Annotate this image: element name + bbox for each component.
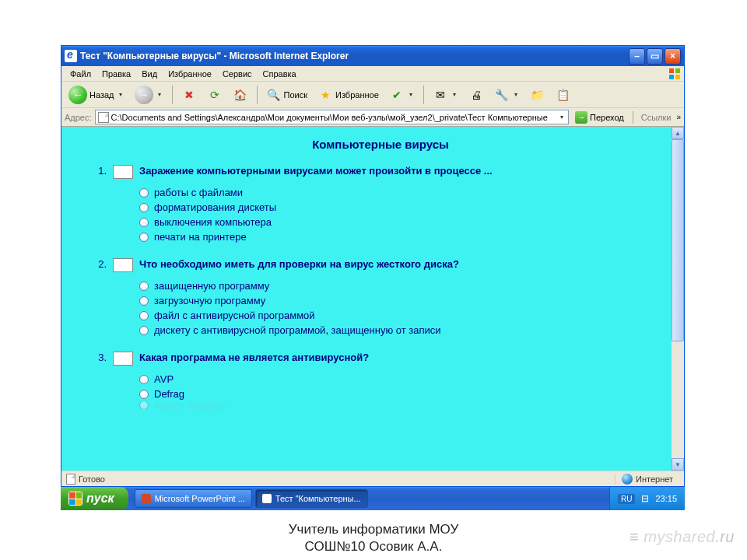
forward-icon: → — [135, 86, 153, 104]
history-button[interactable]: ✔▾ — [385, 85, 419, 105]
discuss-button[interactable]: 📁 — [526, 85, 549, 105]
print-icon: 🖨 — [468, 87, 484, 103]
scroll-down-button[interactable]: ▼ — [672, 458, 684, 471]
option-item[interactable]: файл с антивирусной программой — [139, 308, 668, 323]
scroll-up-button[interactable]: ▲ — [672, 127, 684, 139]
taskbar: пуск Microsoft PowerPoint ... Тест "Комп… — [61, 487, 685, 510]
menu-edit[interactable]: Правка — [96, 68, 136, 80]
titlebar[interactable]: Тест "Компьютерные вирусы" - Microsoft I… — [61, 46, 684, 66]
close-button[interactable]: × — [665, 48, 681, 65]
svg-rect-1 — [675, 68, 680, 73]
research-button[interactable]: 📋 — [552, 85, 575, 105]
chevron-right-icon[interactable]: » — [676, 113, 681, 121]
minimize-button[interactable]: – — [629, 48, 645, 65]
option-item[interactable]: форматирования дискеты — [139, 200, 668, 215]
option-item[interactable]: AVP — [139, 372, 668, 387]
menu-file[interactable]: Файл — [65, 68, 96, 80]
search-label: Поиск — [284, 90, 307, 100]
edit-button[interactable]: 🔧▾ — [490, 85, 524, 105]
radio-icon[interactable] — [139, 390, 149, 399]
page-content: Компьютерные вирусы 1. Заражение компьют… — [61, 127, 684, 471]
option-label: загрузочную программу — [154, 295, 265, 306]
chevron-down-icon: ▾ — [451, 91, 458, 98]
option-label: Defrag — [154, 388, 184, 400]
radio-icon[interactable] — [139, 203, 149, 212]
menu-help[interactable]: Справка — [258, 68, 302, 80]
radio-icon[interactable] — [139, 401, 149, 409]
question-row: 2. Что необходимо иметь для проверки на … — [93, 258, 668, 272]
search-icon: 🔍 — [266, 87, 282, 103]
print-button[interactable]: 🖨 — [465, 85, 488, 105]
radio-icon[interactable] — [139, 311, 149, 320]
clock[interactable]: 23:15 — [655, 494, 677, 503]
links-label[interactable]: Ссылки — [639, 113, 674, 122]
options-list: работы с файламиформатирования дискетывы… — [139, 185, 668, 244]
mail-icon: ✉ — [433, 87, 448, 103]
option-item[interactable]: работы с файлами — [139, 185, 668, 200]
menu-tools[interactable]: Сервис — [217, 68, 258, 80]
home-button[interactable]: 🏠 — [229, 85, 252, 105]
scroll-thumb[interactable] — [672, 139, 684, 341]
tray-icon[interactable]: ⊟ — [641, 493, 649, 504]
refresh-button[interactable]: ⟳ — [203, 85, 226, 105]
system-tray[interactable]: RU ⊟ 23:15 — [609, 487, 685, 510]
option-label: защищенную программу — [154, 280, 269, 292]
option-label: дискету с антивирусной программой, защищ… — [154, 324, 441, 336]
answer-input[interactable] — [113, 352, 133, 366]
favorites-button[interactable]: ★Избранное — [314, 85, 383, 105]
taskbar-item-powerpoint[interactable]: Microsoft PowerPoint ... — [135, 489, 252, 508]
option-item[interactable]: Defrag — [139, 387, 668, 401]
maximize-button[interactable]: ▭ — [647, 48, 663, 65]
radio-icon[interactable] — [139, 282, 149, 291]
status-bar: Готово Интернет — [61, 471, 684, 486]
favorites-label: Избранное — [335, 90, 379, 100]
home-icon: 🏠 — [233, 87, 248, 103]
chevron-down-icon: ▾ — [156, 91, 163, 98]
radio-icon[interactable] — [139, 188, 149, 198]
zone-text: Интернет — [636, 474, 673, 484]
separator — [423, 86, 424, 104]
menu-view[interactable]: Вид — [136, 68, 163, 80]
taskbar-item-label: Microsoft PowerPoint ... — [155, 494, 245, 503]
radio-icon[interactable] — [139, 296, 149, 306]
option-item[interactable]: загрузочную программу — [139, 293, 668, 308]
chevron-down-icon[interactable]: ▾ — [558, 114, 566, 121]
address-input[interactable]: C:\Documents and Settings\Александра\Мои… — [95, 110, 569, 124]
option-item[interactable]: печати на принтере — [139, 229, 668, 244]
radio-icon[interactable] — [139, 233, 149, 242]
answer-input[interactable] — [113, 258, 133, 272]
option-item[interactable]: защищенную программу — [139, 278, 668, 293]
question-number: 2. — [93, 258, 107, 270]
language-indicator[interactable]: RU — [618, 494, 635, 504]
option-item[interactable]: дискету с антивирусной программой, защищ… — [139, 323, 668, 338]
address-label: Адрес: — [65, 113, 92, 122]
option-label: Norton Antivirus — [154, 401, 226, 409]
radio-icon[interactable] — [139, 375, 149, 384]
radio-icon[interactable] — [139, 326, 149, 335]
separator — [172, 86, 173, 104]
answer-input[interactable] — [113, 165, 133, 179]
option-label: форматирования дискеты — [154, 201, 276, 213]
back-button[interactable]: ← Назад ▾ — [65, 85, 128, 105]
ie-icon — [262, 494, 272, 503]
separator — [633, 111, 633, 124]
stop-button[interactable]: ✖ — [177, 85, 201, 105]
star-icon: ★ — [317, 87, 333, 103]
radio-icon[interactable] — [139, 218, 149, 227]
scrollbar[interactable]: ▲ ▼ — [672, 127, 684, 471]
research-icon: 📋 — [556, 87, 571, 103]
option-item[interactable]: выключения компьютера — [139, 215, 668, 229]
option-item[interactable]: Norton Antivirus — [139, 401, 668, 409]
search-button[interactable]: 🔍Поиск — [262, 85, 311, 105]
ie-window: Тест "Компьютерные вирусы" - Microsoft I… — [61, 45, 685, 493]
page-icon — [98, 112, 109, 123]
option-label: печати на принтере — [154, 231, 247, 243]
forward-button[interactable]: → ▾ — [131, 85, 167, 105]
refresh-icon: ⟳ — [207, 87, 223, 103]
start-button[interactable]: пуск — [61, 487, 128, 510]
taskbar-item-ie[interactable]: Тест "Компьютерны... — [255, 489, 368, 508]
mail-button[interactable]: ✉▾ — [429, 85, 462, 105]
menu-favorites[interactable]: Избранное — [163, 68, 217, 80]
page-title: Компьютерные вирусы — [93, 138, 668, 151]
go-button[interactable]: → Переход — [572, 110, 627, 125]
